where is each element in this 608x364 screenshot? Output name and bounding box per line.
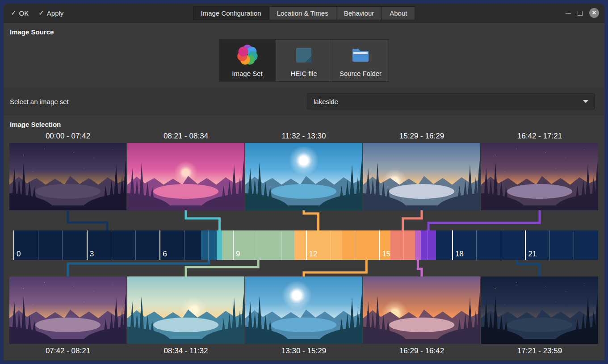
hour-tick-minor — [403, 230, 404, 260]
time-range-label: 08:21 - 08:34 — [127, 130, 244, 142]
wallpaper-thumbnail[interactable] — [127, 143, 244, 210]
hour-tick-major — [87, 230, 88, 260]
bottom-image-row — [9, 276, 598, 344]
top-connectors — [4, 210, 604, 230]
hour-tick-minor — [184, 230, 184, 260]
time-range-label: 00:00 - 07:42 — [9, 130, 126, 142]
ground-silhouette — [127, 339, 244, 344]
hour-tick-major — [525, 230, 526, 260]
bottom-time-labels: 07:42 - 08:2108:34 - 11:3213:30 - 15:291… — [9, 345, 598, 357]
close-button[interactable]: ✕ — [589, 8, 599, 18]
wallpaper-thumbnail[interactable] — [9, 276, 126, 344]
heic-file-icon — [293, 44, 314, 66]
timeline-bar: 036912151821 — [13, 230, 598, 260]
maximize-button[interactable] — [578, 11, 583, 16]
source-folder-button[interactable]: Source Folder — [332, 39, 389, 82]
time-range-label: 07:42 - 08:21 — [9, 345, 126, 357]
image-set-dropdown[interactable]: lakeside — [307, 93, 595, 109]
hour-tick-minor — [549, 230, 550, 260]
hour-label: 18 — [455, 250, 464, 259]
ground-silhouette — [363, 205, 480, 210]
timeline-connector — [186, 210, 219, 230]
hour-tick-minor — [38, 230, 38, 260]
time-range-label: 16:42 - 17:21 — [481, 130, 598, 142]
ground-silhouette — [127, 205, 244, 210]
hour-tick-minor — [257, 230, 257, 260]
timeline-segment — [13, 230, 201, 260]
wallpaper-thumbnail[interactable] — [481, 276, 598, 344]
ground-silhouette — [363, 339, 480, 344]
checkmark-icon: ✓ — [11, 9, 17, 17]
ground-silhouette — [245, 205, 362, 210]
wallpaper-thumbnail[interactable] — [363, 143, 480, 210]
timeline-segment — [421, 230, 436, 260]
heic-file-label: HEIC file — [290, 70, 317, 77]
sun-glow — [289, 146, 319, 176]
hour-tick-major — [452, 230, 453, 260]
source-folder-label: Source Folder — [340, 70, 382, 77]
hour-tick-minor — [476, 230, 477, 260]
tab-location-times[interactable]: Location & Times — [269, 6, 336, 20]
wallpaper-thumbnail[interactable] — [127, 276, 244, 344]
stars — [9, 276, 126, 344]
apply-button[interactable]: ✓ Apply — [38, 9, 63, 17]
wallpaper-thumbnail[interactable] — [245, 276, 362, 344]
timeline-connector — [403, 210, 422, 230]
time-range-label: 15:29 - 16:29 — [363, 130, 480, 142]
hour-tick-minor — [135, 230, 136, 260]
window-controls: ✕ — [566, 8, 599, 18]
sun-glow — [282, 280, 312, 310]
hour-tick-major — [159, 230, 160, 260]
image-set-label: Image Set — [232, 70, 262, 77]
timeline-segment — [217, 230, 222, 260]
maximize-icon — [578, 11, 583, 16]
timeline-connector — [428, 210, 540, 230]
hour-tick-major — [13, 230, 14, 260]
tab-bar: Image Configuration Location & Times Beh… — [193, 6, 415, 20]
tab-behaviour[interactable]: Behaviour — [336, 6, 382, 20]
timeline-segment — [415, 230, 421, 260]
hour-tick-minor — [62, 230, 63, 260]
wallpaper-thumbnail[interactable] — [481, 143, 598, 210]
hour-tick-minor — [330, 230, 331, 260]
hour-tick-minor — [428, 230, 428, 260]
image-selection-header: Image Selection — [10, 121, 604, 128]
wallpaper-thumbnail[interactable] — [363, 276, 480, 344]
hour-label: 12 — [309, 250, 318, 259]
hour-label: 6 — [163, 250, 167, 259]
image-set-button[interactable]: Image Set — [219, 39, 276, 82]
ok-button[interactable]: ✓ OK — [11, 9, 29, 17]
tab-image-configuration[interactable]: Image Configuration — [193, 6, 269, 20]
titlebar-actions: ✓ OK ✓ Apply — [11, 9, 63, 17]
stars — [481, 143, 598, 210]
timeline-connector — [68, 210, 107, 230]
hour-label: 21 — [528, 250, 537, 259]
chevron-down-icon — [583, 100, 588, 103]
folder-icon — [350, 44, 371, 66]
hour-tick-major — [379, 230, 380, 260]
hour-tick-minor — [574, 230, 574, 260]
timeline-connector — [418, 260, 422, 276]
timeline-segment — [390, 230, 415, 260]
ok-button-label: OK — [19, 9, 29, 17]
hour-tick-major — [306, 230, 307, 260]
time-range-label: 16:29 - 16:42 — [363, 345, 480, 357]
hour-tick-major — [233, 230, 234, 260]
stars — [481, 276, 598, 344]
wallpaper-thumbnail[interactable] — [9, 143, 126, 210]
select-image-set-label: Select an image set — [10, 98, 69, 105]
top-time-labels: 00:00 - 07:4208:21 - 08:3411:32 - 13:301… — [9, 130, 598, 142]
hour-label: 9 — [236, 250, 240, 259]
apply-button-label: Apply — [47, 9, 64, 17]
image-source-options: Image Set HEIC file Source Folder — [4, 39, 604, 82]
hour-tick-minor — [111, 230, 111, 260]
checkmark-icon: ✓ — [38, 9, 44, 17]
time-range-label: 08:34 - 11:32 — [127, 345, 244, 357]
heic-file-button[interactable]: HEIC file — [276, 39, 332, 82]
minimize-button[interactable] — [566, 12, 571, 14]
image-set-pinwheel-icon — [237, 44, 258, 66]
minimize-icon — [566, 9, 571, 14]
hour-tick-minor — [208, 230, 209, 260]
tab-about[interactable]: About — [382, 6, 415, 20]
wallpaper-thumbnail[interactable] — [245, 143, 362, 210]
